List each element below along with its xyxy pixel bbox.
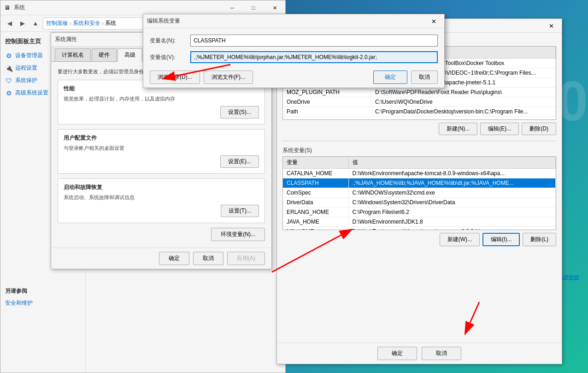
env-vars-ok-button[interactable]: 确定 [377,347,417,360]
startup-recovery-settings-button[interactable]: 设置(T)... [221,205,259,217]
sys-vars-table-container[interactable]: 变量 值 CATALINA_HOMED:\WorkEnvironment\apa… [282,156,556,230]
control-panel-title: 系统 [14,4,25,12]
sidebar-item-security-maintenance[interactable]: 安全和维护 [0,297,85,309]
sys-vars-table: 变量 值 CATALINA_HOMED:\WorkEnvironment\apa… [283,157,556,230]
table-row[interactable]: M2_HOMED:\WorkEnvironment\Maven\apache-m… [283,227,556,231]
sys-var-value: D:\WorkEnvironment\Maven\apache-maven-3.… [348,227,555,231]
sys-var-value: .;%JAVA_HOME%\lib;%JAVA_HOME%\lib\dt.jar… [348,178,555,188]
breadcrumb-sep-1: › [70,20,71,27]
sidebar-item-label-device-manager: 设备管理器 [15,52,43,59]
see-also-title: 另请参阅 [0,284,85,297]
user-vars-btn-row: 新建(N)... 编辑(E)... 删除(D) [282,123,556,135]
tab-advanced[interactable]: 高级 [118,48,142,62]
security-maintenance-label: 安全和维护 [5,299,33,307]
table-row[interactable]: ERLANG_HOMEC:\Program Files\erl6.2 [283,207,556,217]
sys-var-name: ERLANG_HOME [283,207,348,217]
startup-recovery-label: 启动和故障恢复 [64,184,259,191]
desktop: 10 🖥 系统 ─ □ ✕ ◀ ▶ ▲ 控制面板 › 系统和安全 › 系统 [0,0,588,373]
sys-vars-new-button[interactable]: 新建(W)... [440,233,480,246]
sys-props-apply-button[interactable]: 应用(A) [227,252,265,265]
table-row[interactable]: DriverDataC:\Windows\System32\Drivers\Dr… [283,198,556,207]
user-profiles-settings-button[interactable]: 设置(E)... [220,155,259,168]
var-name-input[interactable] [190,35,438,47]
startup-recovery-section: 启动和故障恢复 系统启动、系统故障和调试信息 设置(T)... [58,178,265,223]
table-row[interactable]: ComSpecC:\WINDOWS\system32\cmd.exe [283,188,556,198]
sys-props-bottom: 确定 取消 应用(A) [51,248,271,269]
user-var-value: D:\SoftWare\PDFReader\Foxit Reader Plus\… [371,88,556,97]
sys-var-value: C:\Windows\System32\Drivers\DriverData [348,198,555,207]
sidebar-item-label-advanced: 高级系统设置 [15,89,48,97]
sys-vars-delete-button[interactable]: 删除(L) [523,233,556,246]
user-var-name: Path [283,107,371,117]
env-vars-row: 环境变量(N)... [58,228,265,241]
forward-button[interactable]: ▶ [17,18,28,29]
sys-var-name: DriverData [283,198,348,207]
device-manager-icon: ⚙ [5,52,12,59]
control-panel-window-controls: ─ □ ✕ [222,0,285,15]
user-var-name: OneDrive [283,97,371,107]
env-vars-close-button[interactable]: ✕ [541,19,562,33]
user-profiles-label: 用户配置文件 [64,134,259,142]
edit-var-cancel-button[interactable]: 取消 [411,71,438,84]
browse-dir-button[interactable]: 浏览目录(D)... [150,71,200,84]
sys-props-title: 系统属性 [55,36,77,43]
table-row[interactable]: OneDriveC:\Users\WQ\OneDrive [283,97,556,107]
table-row[interactable]: MOZ_PLUGIN_PATHD:\SoftWare\PDFReader\Fox… [283,88,556,97]
control-panel-minimize-button[interactable]: ─ [222,0,243,15]
breadcrumb-2[interactable]: 系统和安全 [73,19,100,27]
table-row[interactable]: PathC:\ProgramData\DockerDesktop\version… [283,107,556,117]
control-panel-title-icon: 🖥 [4,4,10,11]
env-divider [282,141,556,141]
var-value-row: 变量值(V): [150,51,438,63]
sys-vars-btn-row: 新建(W)... 编辑(I)... 删除(L) [282,233,556,246]
browse-file-button[interactable]: 浏览文件(F)... [204,71,253,84]
startup-recovery-desc: 系统启动、系统故障和调试信息 [64,194,259,201]
sys-vars-edit-button[interactable]: 编辑(I)... [482,233,520,246]
user-var-value: C:\ProgramData\DockerDesktop\version-bin… [371,107,556,117]
edit-var-close-button[interactable]: ✕ [423,14,444,28]
back-button[interactable]: ◀ [4,18,15,29]
breadcrumb-1[interactable]: 控制面板 [46,19,68,27]
performance-settings-button[interactable]: 设置(S)... [220,106,259,118]
edit-var-ok-button[interactable]: 确定 [373,71,407,84]
sys-var-value: D:\WorkEnvironment\apache-tomcat-8.0.9-w… [348,169,555,178]
sys-var-name: CLASSPATH [283,178,348,188]
edit-var-title: 编辑系统变量 [147,17,180,25]
var-name-row: 变量名(N): [150,35,438,47]
sys-props-content: 要进行大多数更改，必须以管理员身份登录。 性能 视觉效果，处理器计划，内存使用，… [51,62,271,248]
env-vars-button[interactable]: 环境变量(N)... [211,228,265,241]
var-name-label: 变量名(N): [150,37,187,45]
env-vars-cancel-button[interactable]: 取消 [422,347,461,360]
env-vars-bottom: 确定 取消 [277,343,562,364]
up-button[interactable]: ▲ [30,18,41,29]
user-var-name: MOZ_PLUGIN_PATH [283,88,371,97]
sys-vars-title: 系统变量(S) [282,147,556,154]
user-var-value: C:\Users\WQ\OneDrive [371,97,556,107]
user-vars-delete-button[interactable]: 删除(D) [522,123,556,135]
sys-var-name: CATALINA_HOME [283,169,348,178]
tab-computer-name[interactable]: 计算机名 [55,48,91,61]
control-panel-maximize-button[interactable]: □ [243,0,264,15]
sidebar-item-label-remote: 远程设置 [15,64,37,72]
control-panel-titlebar: 🖥 系统 ─ □ ✕ [0,0,285,15]
table-row[interactable]: JAVA_HOMED:\WorkEnvironment\JDK1.8 [283,217,556,227]
protection-icon: 🛡 [5,77,12,84]
sys-vars-col-name: 变量 [283,157,348,169]
sys-props-ok-button[interactable]: 确定 [159,252,189,265]
sys-var-name: ComSpec [283,188,348,198]
breadcrumb-3: 系统 [105,19,116,27]
control-panel-close-button[interactable]: ✕ [264,0,285,15]
user-vars-new-button[interactable]: 新建(N)... [439,123,478,135]
performance-desc: 视觉效果，处理器计划，内存使用，以及虚拟内存 [64,95,259,102]
breadcrumb-sep-2: › [102,20,104,27]
sidebar-item-label-protection: 系统保护 [15,77,37,84]
advanced-icon: ⚙ [5,89,12,97]
edit-var-browse-buttons: 浏览目录(D)... 浏览文件(F)... 确定 取消 [143,71,444,88]
tab-hardware[interactable]: 硬件 [92,48,117,61]
var-value-label: 变量值(V): [150,53,187,61]
table-row[interactable]: CLASSPATH.;%JAVA_HOME%\lib;%JAVA_HOME%\l… [283,178,556,188]
sys-props-cancel-button[interactable]: 取消 [193,252,223,265]
user-vars-edit-button[interactable]: 编辑(E)... [480,123,519,135]
table-row[interactable]: CATALINA_HOMED:\WorkEnvironment\apache-t… [283,169,556,178]
var-value-input[interactable] [190,51,438,63]
